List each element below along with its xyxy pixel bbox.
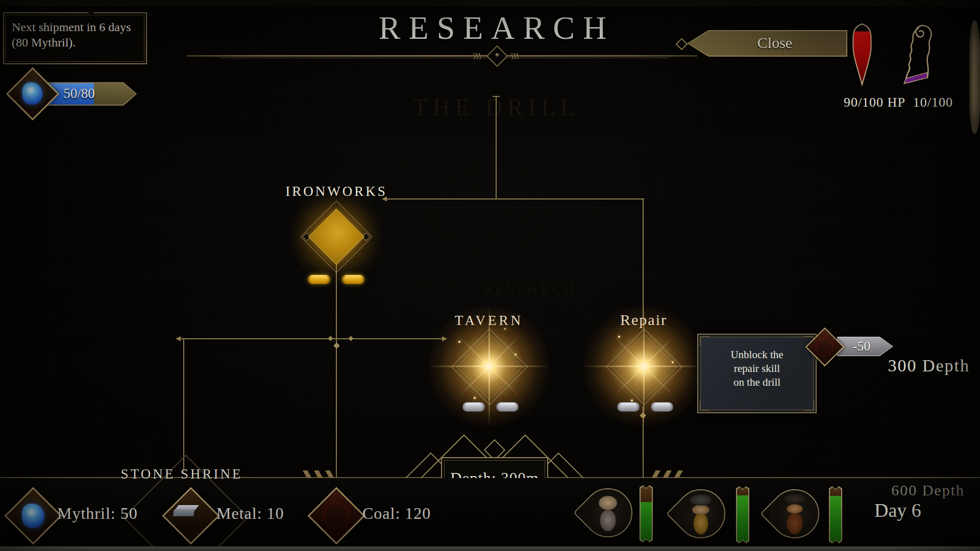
ironworks-cost-pill [308,274,330,284]
total-depth-label: 600 Depth [837,482,965,499]
faint-background-heading: THE DRILL [395,94,599,121]
drill-smoke-icon [899,21,935,86]
repair-cost-pill [617,402,640,412]
connector-tick [349,336,354,341]
metal-count: Metal: 10 [216,504,284,523]
health-bar-1 [640,485,653,542]
connector-v-top [496,96,497,199]
tooltip-line1: Unblock the [698,348,816,362]
cost-value: -50 [841,339,882,354]
tooltip-line2: repair skill [698,362,816,375]
tooltip-line3: on the drill [698,375,816,389]
divider-diamond-icon [486,45,508,67]
tavern-cost-pill [496,402,519,412]
health-bar-2 [736,486,749,543]
shipment-line1: Next shipment in 6 days [12,19,138,35]
research-screen: THE DRILL RESEARCH Next shipment in 6 da… [0,0,980,551]
hp-readout: 90/100 HP 10/100 [832,95,965,110]
close-button[interactable]: Close [687,30,847,57]
drill-hp-icon [849,22,875,87]
connector-v-shrine [183,338,184,472]
day-counter: Day 6 [874,499,980,521]
shipment-line2: (80 Mythril). [12,35,138,50]
mythril-quota-icon [6,67,60,121]
connector-h-mid [180,338,444,339]
drill-shaft-texture [969,20,980,134]
smoke-value: 10/100 [913,95,953,110]
coal-count: Coal: 120 [362,504,431,523]
shipment-tooltip: Next shipment in 6 days (80 Mythril). [3,12,147,64]
ironworks-cost-pill [342,274,364,284]
connector-diamond-dot [333,342,340,349]
top-edge-texture [0,0,980,7]
left-edge-seam [5,0,6,551]
connector-tick [328,336,333,341]
mythril-count: Mythril: 50 [57,504,138,523]
depth-row-marker: 300 Depth [817,356,970,375]
title-divider-inner [219,58,669,58]
repair-tooltip: Unblock the repair skill on the drill [697,334,817,413]
close-button-label: Close [708,34,841,52]
connector-h-top [386,198,644,199]
page-title: RESEARCH [292,9,701,47]
title-divider [187,55,697,57]
tavern-cost-pill [462,402,485,412]
divider-ornament-left [474,53,481,59]
drill-hp-value: 90/100 HP [844,95,905,110]
faint-background-watermark: RESEARCH [469,280,591,297]
divider-ornament-right [511,53,519,59]
ground-surface-texture [0,546,980,551]
repair-cost-pill [651,402,673,412]
node-label-stone-shrine: STONE SHRINE [105,466,258,482]
